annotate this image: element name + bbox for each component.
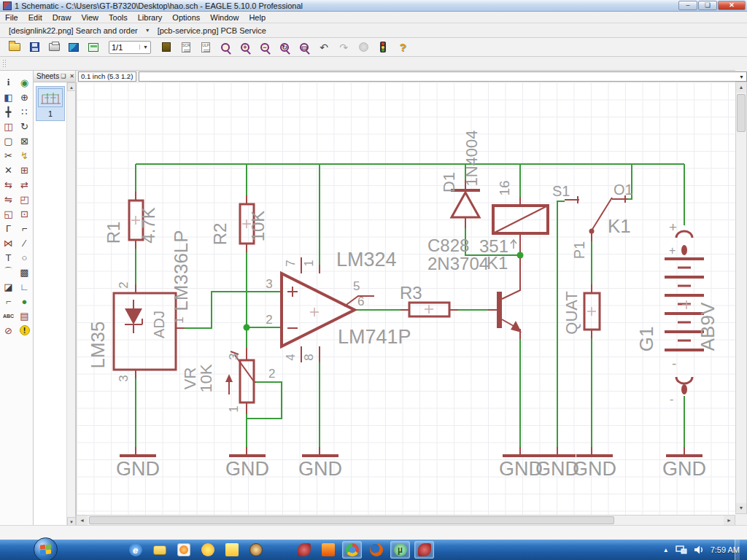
cam-processor-button[interactable] xyxy=(65,39,82,55)
tool-invoke[interactable]: ⋈ xyxy=(1,236,17,250)
scroll-up-icon[interactable]: ▲ xyxy=(67,82,76,91)
component-d1[interactable]: D1 1N4004 xyxy=(440,130,481,228)
title-bar[interactable]: 1 Schematic - C:\Users\GT-B7320\Desktop\… xyxy=(0,0,747,12)
zoom-redraw-button[interactable]: ↻ xyxy=(276,39,293,55)
tool-pinswap[interactable]: ⇆ xyxy=(1,177,17,192)
component-vr[interactable]: VR 10K 3 1 2 xyxy=(181,348,275,414)
tool-circle[interactable]: ○ xyxy=(17,250,33,265)
open-button[interactable] xyxy=(6,39,23,55)
menu-view[interactable]: View xyxy=(76,12,104,23)
go-button[interactable] xyxy=(374,39,392,55)
tool-paste[interactable]: ↯ xyxy=(17,148,33,163)
component-r2[interactable]: R2 10K xyxy=(210,195,268,252)
tool-gateswap[interactable]: ⇄ xyxy=(17,177,33,192)
tool-move[interactable]: ╋ xyxy=(1,104,17,119)
vertical-scroll-thumb[interactable] xyxy=(737,94,746,132)
tool-warning[interactable]: ! xyxy=(17,323,33,338)
taskbar-item-eagle-active[interactable] xyxy=(414,541,434,559)
scroll-right-icon[interactable]: ► xyxy=(724,516,735,525)
tool-polygon[interactable]: ◪ xyxy=(1,279,17,294)
tool-add[interactable]: ⊞ xyxy=(17,163,33,177)
zoom-select-button[interactable]: ▭ xyxy=(295,39,313,55)
menu-edit[interactable]: Edit xyxy=(23,12,47,23)
menu-file[interactable]: File xyxy=(0,12,23,23)
scroll-down-icon[interactable]: ▼ xyxy=(736,503,746,513)
tool-smash[interactable]: ⊡ xyxy=(17,206,33,221)
help-button[interactable]: ? xyxy=(394,39,411,55)
menu-options[interactable]: Options xyxy=(167,12,205,23)
component-r1[interactable]: R1 4.7K xyxy=(104,192,158,249)
taskbar-item-utorrent[interactable]: µ xyxy=(390,541,410,559)
taskbar-item-messenger[interactable] xyxy=(198,541,217,559)
horizontal-scrollbar[interactable]: ◄ ► xyxy=(76,515,735,526)
tool-cut[interactable]: ✂ xyxy=(1,148,17,163)
tool-rotate[interactable]: ↻ xyxy=(17,119,33,133)
close-button[interactable]: ✕ xyxy=(718,1,746,10)
zoom-out-button[interactable]: − xyxy=(256,39,274,55)
tool-mark[interactable]: ⊕ xyxy=(17,90,33,104)
switch-to-board-button[interactable] xyxy=(85,39,102,55)
tool-net[interactable]: ⌐ xyxy=(1,294,17,308)
taskbar-item-orange-folder[interactable] xyxy=(318,541,338,559)
zoom-fit-button[interactable] xyxy=(217,39,234,55)
restore-button[interactable]: ❏ xyxy=(698,1,717,10)
menu-draw[interactable]: Draw xyxy=(47,12,77,23)
undo-button[interactable]: ↶ xyxy=(315,39,333,55)
chevron-down-icon[interactable]: ▼ xyxy=(737,74,746,79)
tool-label[interactable]: ABC xyxy=(1,308,17,323)
tool-info[interactable]: i xyxy=(1,75,17,90)
taskbar-item-globe[interactable] xyxy=(246,541,266,559)
component-battery[interactable]: + + - - G1 AB9V xyxy=(635,219,719,405)
taskbar-item-notes[interactable] xyxy=(222,541,241,559)
sheet-item-1[interactable]: 1 xyxy=(36,86,65,121)
component-load[interactable]: QUAT xyxy=(562,284,600,338)
tool-errors[interactable]: ⊘ xyxy=(1,323,17,338)
menu-library[interactable]: Library xyxy=(133,12,168,23)
component-lm35[interactable]: LM35 LM336LP ADJ 2 3 1 xyxy=(87,230,192,381)
toolbar-grip[interactable] xyxy=(2,59,7,68)
script-button[interactable]: SCR xyxy=(177,39,195,55)
pcb-service-link[interactable]: [pcb-service.png] PCB Service xyxy=(155,26,269,36)
tool-delete[interactable]: ✕ xyxy=(1,163,17,177)
tool-change[interactable]: ⊠ xyxy=(17,133,33,148)
scroll-up-icon[interactable]: ▲ xyxy=(736,82,746,93)
scroll-left-icon[interactable]: ◄ xyxy=(77,516,88,525)
chevron-down-icon[interactable]: ▼ xyxy=(141,28,155,33)
gnd-symbols[interactable]: GND GND GND GND GND GND GND xyxy=(116,447,706,480)
float-panel-icon[interactable]: ❏ xyxy=(59,73,67,79)
use-library-button[interactable] xyxy=(158,39,175,55)
taskbar-item-windows-explorer[interactable] xyxy=(150,541,169,559)
taskbar-item-media-player[interactable] xyxy=(174,541,193,559)
taskbar-item-internet-explorer[interactable]: e xyxy=(125,541,145,559)
tool-display[interactable]: ◧ xyxy=(1,90,17,104)
taskbar-item-firefox[interactable] xyxy=(366,541,386,559)
taskbar-item-eagle[interactable] xyxy=(294,541,314,559)
taskbar-item-package[interactable] xyxy=(270,541,290,559)
menu-tools[interactable]: Tools xyxy=(104,12,133,23)
tool-group[interactable]: ▢ xyxy=(1,133,17,148)
tool-value[interactable]: ◱ xyxy=(1,206,17,221)
tray-expand-icon[interactable]: ▲ xyxy=(663,547,669,553)
tool-name[interactable]: ◰ xyxy=(17,192,33,206)
tool-text[interactable]: T xyxy=(1,250,17,265)
tool-rect[interactable]: ▩ xyxy=(17,265,33,279)
tool-bus[interactable]: ∟ xyxy=(17,279,33,294)
tool-show[interactable]: ◉ xyxy=(17,75,33,90)
tool-erc[interactable]: ▤ xyxy=(17,308,33,323)
menu-help[interactable]: Help xyxy=(244,12,271,23)
schematic-canvas[interactable]: R1 4.7K R2 10K xyxy=(76,82,735,515)
horizontal-scroll-thumb[interactable] xyxy=(89,516,614,524)
sheet-selector[interactable]: 1/1 ▼ xyxy=(109,41,151,54)
tool-junction[interactable]: ● xyxy=(17,294,33,308)
print-button[interactable] xyxy=(45,39,63,55)
close-panel-icon[interactable]: ✕ xyxy=(68,73,76,79)
component-relay-contact[interactable]: S1 O1 P1 K1 xyxy=(552,182,633,259)
save-button[interactable] xyxy=(26,39,43,55)
taskbar-item-chrome[interactable] xyxy=(342,541,362,559)
zoom-in-button[interactable]: + xyxy=(236,39,254,55)
network-icon[interactable] xyxy=(676,545,687,555)
start-button[interactable] xyxy=(34,537,58,560)
show-desktop-button[interactable] xyxy=(735,540,740,560)
tool-copy[interactable]: ∷ xyxy=(17,104,33,119)
tool-arc[interactable]: ⌒ xyxy=(1,265,17,279)
